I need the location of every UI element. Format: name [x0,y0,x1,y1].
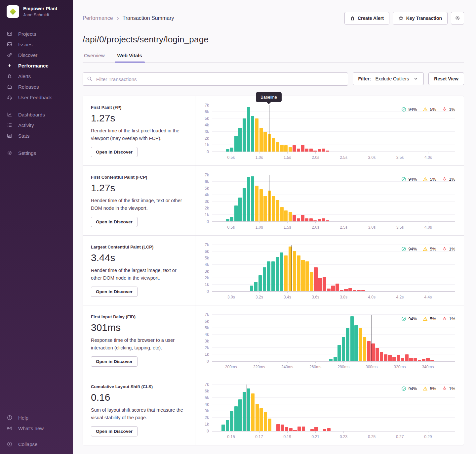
open-in-discover-button[interactable]: Open in Discover [91,217,138,227]
tab-web-vitals[interactable]: Web Vitals [116,53,143,62]
sidebar-item-discover[interactable]: Discover [0,50,73,60]
histogram-bar[interactable] [293,145,296,152]
histogram-bar[interactable] [276,257,279,291]
histogram-bar[interactable] [318,149,321,152]
reset-view-button[interactable]: Reset View [428,72,464,85]
sidebar-item-dashboards[interactable]: Dashboards [0,109,73,120]
histogram-bar[interactable] [337,345,341,361]
histogram-bar[interactable] [284,210,288,221]
create-alert-button[interactable]: Create Alert [344,12,389,24]
histogram-bar[interactable] [367,341,371,361]
histogram-bar[interactable] [226,149,229,152]
histogram-bar[interactable] [323,277,326,291]
histogram-bar[interactable] [313,151,317,152]
histogram-bar[interactable] [363,337,366,361]
histogram-bar[interactable] [276,142,279,152]
histogram-bar[interactable] [255,118,258,152]
histogram-bar[interactable] [259,189,263,221]
histogram-bar[interactable] [344,289,347,291]
histogram-bar[interactable] [293,215,296,221]
histogram-bar[interactable] [289,147,292,152]
histogram-bar[interactable] [263,132,267,152]
open-in-discover-button[interactable]: Open in Discover [91,287,138,297]
histogram-bar[interactable] [409,358,413,361]
sidebar-item-stats[interactable]: Stats [0,130,73,141]
histogram-bar[interactable] [310,272,313,291]
histogram-bar[interactable] [268,419,271,431]
histogram-bar[interactable] [258,275,262,291]
histogram-bar[interactable] [263,196,267,221]
histogram-bar[interactable] [301,145,304,152]
histogram-bar[interactable] [359,328,362,361]
histogram-bar[interactable] [259,128,263,152]
histogram-bar[interactable] [226,420,229,431]
open-in-discover-button[interactable]: Open in Discover [91,147,138,157]
filter-dropdown[interactable]: Filter: Exclude Outliers [353,72,424,85]
histogram-bar[interactable] [247,107,250,152]
histogram-bar[interactable] [230,411,233,431]
histogram-bar[interactable] [281,425,284,431]
histogram-bar[interactable] [326,151,329,152]
histogram-bar[interactable] [247,388,250,431]
histogram-bar[interactable] [259,408,263,431]
histogram-bar[interactable] [353,290,356,291]
histogram-bar[interactable] [284,255,288,291]
histogram-bar[interactable] [293,430,297,431]
histogram-bar[interactable] [302,427,305,431]
histogram-bar[interactable] [327,428,331,431]
histogram-bar[interactable] [243,118,246,152]
histogram-bar[interactable] [314,427,318,431]
histogram-bar[interactable] [309,218,313,221]
histogram-bar[interactable] [305,218,308,221]
histogram-bar[interactable] [301,215,304,221]
org-switcher[interactable]: Empower Plant Jane Schmidt [0,0,73,21]
histogram-bar[interactable] [280,207,284,221]
histogram-bar[interactable] [221,425,225,431]
histogram-bar[interactable] [264,412,267,431]
histogram-bar[interactable] [243,392,246,431]
histogram-bar[interactable] [326,220,329,221]
histogram-bar[interactable] [376,348,379,361]
open-in-discover-button[interactable]: Open in Discover [91,356,138,367]
histogram-bar[interactable] [289,428,293,431]
histogram-bar[interactable] [263,267,266,291]
histogram-bar[interactable] [284,145,288,152]
histogram-bar[interactable] [256,404,259,431]
histogram-bar[interactable] [234,406,238,431]
filter-transactions-input[interactable] [83,72,348,86]
histogram-bar[interactable] [272,138,275,152]
histogram-bar[interactable] [251,393,255,431]
histogram-bar[interactable] [297,255,300,291]
histogram-bar[interactable] [322,149,325,152]
histogram-bar[interactable] [280,252,283,291]
histogram-bar[interactable] [392,357,396,361]
histogram-bar[interactable] [250,286,253,291]
histogram-bar[interactable] [418,360,421,361]
histogram-bar[interactable] [314,267,317,291]
histogram-bar[interactable] [238,198,242,221]
histogram-bar[interactable] [336,284,339,291]
histogram-bar[interactable] [318,219,321,221]
histogram-bar[interactable] [285,427,288,431]
histogram-bar[interactable] [298,427,301,431]
histogram-bar[interactable] [238,128,242,152]
histogram-bar[interactable] [230,148,233,152]
histogram-bar[interactable] [357,290,360,291]
sidebar-item-issues[interactable]: Issues [0,39,73,50]
histogram-bar[interactable] [301,260,304,291]
histogram-bar[interactable] [280,145,284,152]
histogram-bar[interactable] [251,116,254,152]
histogram-bar[interactable] [430,360,434,361]
histogram-bar[interactable] [318,278,322,291]
histogram-bar[interactable] [384,354,387,361]
sidebar-item-whats-new[interactable]: What's new [0,423,73,433]
sidebar-item-projects[interactable]: Projects [0,28,73,39]
histogram-bar[interactable] [243,188,246,221]
histogram-bar[interactable] [297,149,300,152]
histogram-bar[interactable] [414,358,417,361]
histogram-bar[interactable] [276,424,280,431]
sidebar-collapse-button[interactable]: Collapse [0,439,73,449]
histogram-bar[interactable] [346,328,349,361]
histogram-bar[interactable] [350,316,354,361]
histogram-bar[interactable] [426,358,429,361]
